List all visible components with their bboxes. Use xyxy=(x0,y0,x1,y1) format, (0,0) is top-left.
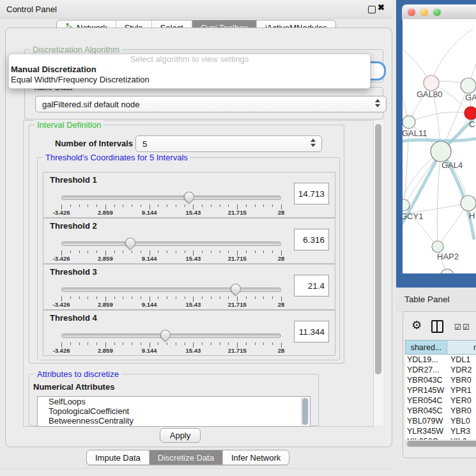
table-row[interactable]: YDR27...YDR2 xyxy=(405,365,476,376)
attributes-scrollbar[interactable] xyxy=(301,397,309,426)
slider-track[interactable] xyxy=(61,334,281,338)
network-canvas[interactable]: GAL80GACGAL11GAL4GCY1HHAP2 xyxy=(403,19,476,273)
num-intervals-value: 5 xyxy=(142,139,147,149)
slider[interactable] xyxy=(61,238,281,249)
float-window-icon[interactable] xyxy=(368,6,376,13)
tick-mark xyxy=(246,250,247,253)
tab-infer-network[interactable]: Infer Network xyxy=(223,450,289,464)
table-row[interactable]: YBR045CYBR0 xyxy=(405,406,476,417)
checkbox-icon[interactable]: ☑ xyxy=(454,323,461,332)
network-node-h[interactable] xyxy=(461,196,476,211)
slider-thumb[interactable] xyxy=(181,190,196,204)
slider-track[interactable] xyxy=(61,288,281,292)
split-columns-icon[interactable] xyxy=(431,320,443,333)
table-data-select[interactable]: galFiltered.sif default node xyxy=(35,96,387,112)
tick-mark xyxy=(220,342,220,345)
tab-impute-data[interactable]: Impute Data xyxy=(87,450,150,464)
checkbox-icon[interactable]: ☑ xyxy=(463,323,470,332)
tick-mark xyxy=(211,250,211,253)
column-header-shared-name[interactable]: shared... xyxy=(405,340,447,355)
tick-mark xyxy=(114,342,115,345)
table-panel-title: Table Panel xyxy=(404,295,450,304)
num-intervals-select[interactable]: 5 xyxy=(135,135,322,152)
tick-mark xyxy=(88,204,88,207)
threshold-value-field[interactable]: 21.4 xyxy=(294,275,329,296)
apply-button[interactable]: Apply xyxy=(160,428,201,443)
table-row[interactable]: YBL079WYBL0 xyxy=(405,417,476,427)
numerical-attributes-list[interactable]: SelfLoopsTopologicalCoefficientBetweenne… xyxy=(37,396,311,427)
tick-label: 28 xyxy=(278,209,285,216)
list-item[interactable]: BetweennessCentrality xyxy=(38,416,310,426)
attributes-group-title: Attributes to discretize xyxy=(35,369,121,379)
tick-mark xyxy=(228,342,229,345)
tick-mark xyxy=(88,342,88,345)
table-row[interactable]: YPR145WYPR1 xyxy=(405,386,476,396)
tick-mark xyxy=(114,250,115,253)
network-edge xyxy=(437,151,441,247)
close-icon[interactable]: ✖ xyxy=(378,3,385,12)
tick-mark xyxy=(228,250,229,253)
network-node-hap2[interactable] xyxy=(432,241,443,252)
node-label: GA xyxy=(465,93,476,102)
popup-item[interactable]: Select algorithm to view settings xyxy=(9,54,370,65)
tick-label: 15.43 xyxy=(186,255,201,262)
slider-thumb[interactable] xyxy=(158,328,173,342)
network-node-c[interactable] xyxy=(464,107,476,119)
slider[interactable] xyxy=(61,330,281,341)
tick-label: -3.426 xyxy=(53,209,70,216)
table-row[interactable]: YBR043CYBR0 xyxy=(405,376,476,386)
node-label: GAL4 xyxy=(441,160,463,170)
cell-name: YDR2 xyxy=(447,365,476,376)
tick-mark xyxy=(220,250,220,253)
tick-mark xyxy=(141,204,141,207)
zoom-traffic-light-icon[interactable] xyxy=(433,8,441,16)
table-horizontal-scrollbar[interactable] xyxy=(405,440,476,448)
popup-item[interactable]: Manual Discretization xyxy=(9,65,370,75)
close-traffic-light-icon[interactable] xyxy=(408,8,415,16)
network-node-gal11[interactable] xyxy=(403,116,415,128)
node-table[interactable]: shared...n YDL19...YDL1YDR27...YDR2YBR04… xyxy=(405,340,476,440)
tick-mark xyxy=(185,342,185,345)
network-node-ga[interactable] xyxy=(461,78,476,93)
tab-discretize-data[interactable]: Discretize Data xyxy=(150,450,223,464)
tick-label: 21.715 xyxy=(228,347,247,354)
network-node[interactable] xyxy=(441,269,454,273)
slider-thumb[interactable] xyxy=(228,282,243,296)
tick-mark xyxy=(167,342,167,345)
threshold-value-field[interactable]: 6.316 xyxy=(294,229,329,250)
threshold-value-field[interactable]: 14.713 xyxy=(294,183,329,204)
node-label: C xyxy=(469,119,475,129)
tick-mark xyxy=(220,204,220,207)
slider[interactable] xyxy=(61,284,281,295)
slider[interactable] xyxy=(61,192,281,203)
popup-item[interactable]: Equal Width/Frequency Discretization xyxy=(9,75,370,85)
tick-mark xyxy=(202,250,203,253)
gear-icon[interactable]: ⚙ xyxy=(411,319,422,331)
tick-mark xyxy=(96,342,97,345)
slider-tick-labels: -3.4262.8599.14415.4321.71528 xyxy=(61,347,281,354)
slider-thumb[interactable] xyxy=(123,236,137,250)
table-data-groupbox: Table Data galFiltered.sif default node xyxy=(24,87,383,119)
list-item[interactable]: SelfLoops xyxy=(38,397,310,406)
slider-track[interactable] xyxy=(61,196,281,200)
column-header-name[interactable]: n xyxy=(447,340,476,355)
network-node-gal4[interactable] xyxy=(431,141,451,162)
attributes-scrollbar-thumb[interactable] xyxy=(302,398,308,425)
network-node-gal80[interactable] xyxy=(424,75,439,91)
list-item[interactable]: TopologicalCoefficient xyxy=(38,406,310,416)
cell-shared-name: YPR145W xyxy=(405,386,447,396)
settings-vertical-scrollbar[interactable] xyxy=(373,121,383,426)
tick-mark xyxy=(70,296,71,299)
table-row[interactable]: YDL19...YDL1 xyxy=(405,355,476,365)
divider xyxy=(0,468,393,469)
cell-name: YBR0 xyxy=(447,406,476,417)
tick-mark xyxy=(79,250,80,253)
table-hscrollbar-thumb[interactable] xyxy=(407,441,476,447)
settings-scrollbar-thumb[interactable] xyxy=(375,124,381,374)
minimize-traffic-light-icon[interactable] xyxy=(420,8,428,16)
cell-name: YER0 xyxy=(447,396,476,406)
table-row[interactable]: YER054CYER0 xyxy=(405,396,476,406)
threshold-value-field[interactable]: 11.344 xyxy=(294,321,329,342)
slider-track[interactable] xyxy=(61,242,281,246)
table-row[interactable]: YLR345WYLR3 xyxy=(405,427,476,437)
